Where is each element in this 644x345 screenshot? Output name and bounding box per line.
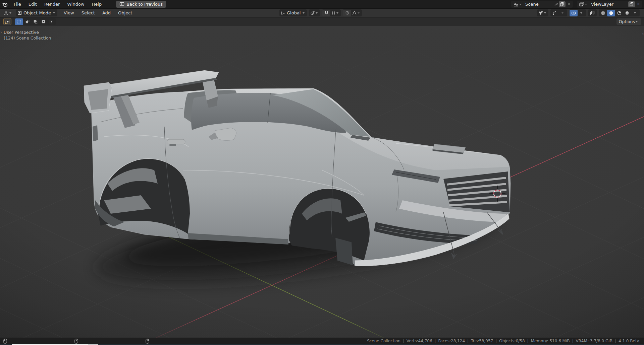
wireframe-sphere-icon (600, 10, 606, 16)
select-mode-subtract-button[interactable] (31, 18, 39, 25)
door-handle (167, 139, 185, 144)
select-set-icon (17, 19, 22, 24)
back-icon (119, 2, 124, 7)
viewport-scene (0, 26, 644, 338)
back-to-previous-button[interactable]: Back to Previous (116, 1, 166, 8)
chevron-down-icon (336, 12, 338, 14)
middle-mouse-button-icon (74, 339, 78, 344)
overlays-toggle[interactable] (570, 10, 578, 16)
blender-logo-icon (2, 1, 8, 7)
editor-3d-viewport-icon (3, 10, 9, 16)
select-invert-icon (41, 19, 46, 24)
xray-group (588, 9, 597, 16)
select-mode-invert-button[interactable] (39, 18, 47, 25)
cursor-eye-icon (538, 10, 543, 16)
shading-group (599, 9, 640, 16)
options-dropdown[interactable]: Options (616, 18, 641, 25)
select-intersect-icon (49, 19, 54, 24)
magnet-icon (324, 10, 329, 15)
editor-type-button[interactable] (3, 10, 13, 16)
xray-toggle[interactable] (588, 10, 596, 16)
select-mode-group (15, 18, 56, 25)
shading-wireframe-button[interactable] (599, 10, 607, 16)
rendered-sphere-icon (625, 10, 630, 16)
gizmo-toggle[interactable] (551, 10, 559, 16)
viewport-header: Object Mode ViewSelectAddObject Global (0, 9, 644, 17)
viewport-menu-item[interactable]: Select (78, 9, 99, 17)
snap-toggle[interactable] (322, 10, 330, 16)
chevron-down-icon (561, 12, 564, 14)
view-layer-browse-button[interactable] (578, 1, 590, 8)
tool-settings-bar: Options (0, 17, 644, 26)
viewport-text-overlay: User Perspective (124) Scene Collection (4, 29, 51, 41)
topbar-menu-item[interactable]: Edit (25, 0, 41, 8)
sidebar-expand-chevron[interactable]: ‹ (642, 31, 644, 36)
increment-grid-icon (331, 11, 336, 15)
pivot-point-dropdown[interactable] (309, 10, 320, 16)
snap-target-dropdown[interactable] (330, 10, 340, 16)
door-handle-notch (169, 144, 176, 146)
visibility-group (537, 9, 548, 16)
proportional-falloff-dropdown[interactable] (351, 10, 362, 16)
chevron-down-icon (544, 12, 546, 14)
options-label: Options (619, 19, 635, 24)
select-mode-set-button[interactable] (15, 18, 23, 25)
select-mode-extend-button[interactable] (23, 18, 31, 25)
scene-name[interactable]: Scene (524, 2, 554, 7)
chevron-down-icon (634, 12, 636, 14)
view-layer-name[interactable]: ViewLayer (590, 2, 628, 7)
new-scene-button[interactable] (559, 1, 566, 7)
object-visibility-dropdown[interactable] (537, 10, 548, 16)
viewport-menu-item[interactable]: Add (99, 9, 114, 17)
remove-view-layer-button[interactable]: ✕ (635, 2, 642, 6)
select-mode-intersect-button[interactable] (47, 18, 55, 25)
proportional-editing-group (343, 9, 362, 16)
select-box-tool-button[interactable] (3, 18, 11, 25)
scene-selector: Scene ✕ (511, 1, 573, 8)
viewport-header-center: Global (279, 9, 362, 16)
shading-dropdown[interactable] (631, 10, 639, 16)
shading-material-button[interactable] (615, 10, 623, 16)
view-layer-selector: ViewLayer ✕ (577, 1, 642, 8)
view-name-text: User Perspective (4, 29, 51, 35)
scene-browse-button[interactable] (512, 1, 524, 8)
proportional-editing-toggle[interactable] (343, 10, 351, 16)
topbar-menu-item[interactable]: Window (63, 0, 88, 8)
select-subtract-icon (33, 19, 38, 24)
pin-icon[interactable] (554, 2, 558, 7)
pivot-point-icon (310, 10, 315, 15)
shading-solid-button[interactable] (607, 10, 615, 16)
viewport-menu-item[interactable]: Object (114, 9, 136, 17)
shading-rendered-button[interactable] (623, 10, 631, 16)
falloff-curve-icon (352, 10, 357, 15)
viewport-3d[interactable]: User Perspective (124) Scene Collection … (0, 26, 644, 338)
overlays-dropdown[interactable] (578, 10, 586, 16)
stat-item: 4.1.0 Beta (612, 339, 639, 343)
gizmo-group (550, 9, 567, 16)
new-view-layer-button[interactable] (628, 1, 635, 7)
blender-logo-icon[interactable] (0, 1, 10, 7)
toolbar-expand-chevron[interactable]: › (0, 30, 2, 34)
stat-item: Objects:0/58 (493, 339, 525, 343)
chevron-down-icon (636, 21, 638, 22)
mode-dropdown[interactable]: Object Mode (16, 9, 57, 16)
topbar-menu-item[interactable]: Render (41, 0, 63, 8)
viewport-menu-item[interactable]: View (60, 9, 78, 17)
xray-icon (590, 10, 595, 16)
mode-label: Object Mode (23, 10, 51, 15)
select-box-tool-icon (5, 19, 10, 24)
topbar-menu-item[interactable]: File (10, 0, 25, 8)
left-mouse-button-icon (3, 339, 7, 344)
chevron-down-icon (358, 12, 360, 14)
duplicate-icon (560, 2, 564, 6)
viewport-header-right (537, 9, 640, 16)
transform-orientation-dropdown[interactable]: Global (279, 9, 307, 16)
chevron-down-icon (9, 12, 11, 14)
orientation-label: Global (287, 10, 301, 15)
stat-item: Memory: 510.6 MiB (525, 339, 570, 343)
topbar-menu-item[interactable]: Help (88, 0, 106, 8)
stat-item: Faces:28,124 (432, 339, 465, 343)
gizmo-dropdown[interactable] (559, 10, 567, 16)
duplicate-icon (629, 2, 634, 6)
unlink-scene-button[interactable]: ✕ (566, 2, 572, 6)
